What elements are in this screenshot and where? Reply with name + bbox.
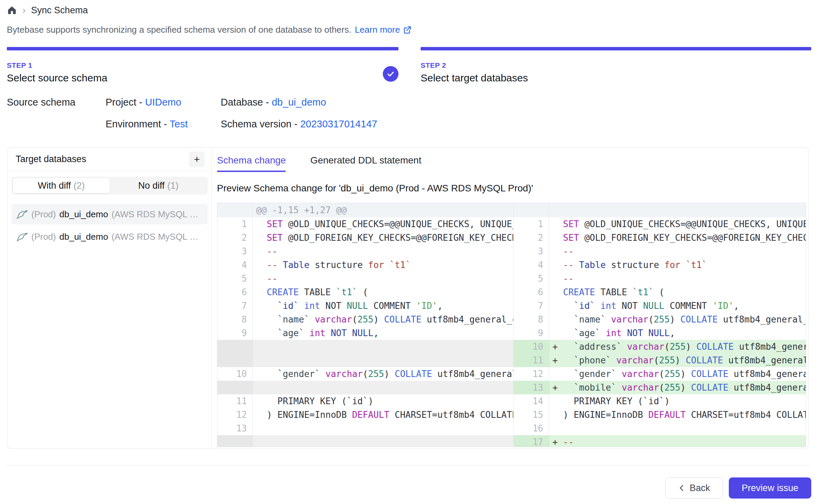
step2-progress-bar — [421, 47, 811, 50]
target-database-item[interactable]: (Prod) db_ui_demo (AWS RDS MySQL Prod) — [12, 226, 208, 247]
target-databases-header: Target databases + — [7, 147, 211, 171]
environment-label: Environment - — [106, 119, 167, 129]
intro-text: Bytebase supports synchronizing a specif… — [7, 25, 412, 35]
diff-row: 11 PRIMARY KEY (`id`) — [217, 394, 513, 408]
diff-code-line: -- Table structure for `t1` — [549, 258, 806, 272]
line-number — [217, 435, 253, 447]
diff-row: 13 — [217, 422, 513, 435]
step1-complete-icon — [383, 66, 398, 82]
diff-row: 5 -- — [514, 272, 806, 285]
line-number: 6 — [217, 285, 253, 299]
tab-generated-ddl[interactable]: Generated DDL statement — [310, 155, 421, 172]
diff-code-line: `age` int NOT NULL, — [253, 326, 513, 340]
line-number — [217, 340, 253, 353]
line-number: 5 — [514, 272, 549, 285]
line-number: 14 — [514, 394, 549, 408]
learn-more-link[interactable]: Learn more — [355, 25, 412, 35]
with-diff-count: (2) — [74, 180, 85, 191]
diff-code-line: + `phone` varchar(255) COLLATE utf8mb4_g… — [549, 353, 806, 367]
chevron-left-icon — [678, 484, 686, 492]
diff-right-pane: 1 SET @OLD_UNIQUE_CHECKS=@@UNIQUE_CHECKS… — [513, 203, 806, 447]
external-link-icon — [403, 26, 412, 34]
diff-code-line: CREATE TABLE `t1` ( — [253, 285, 513, 299]
step2-label: STEP 2 — [421, 61, 446, 69]
learn-more-label: Learn more — [355, 25, 400, 35]
db-instance: (AWS RDS MySQL Prod) — [111, 209, 203, 220]
diff-code-line: SET @OLD_UNIQUE_CHECKS=@@UNIQUE_CHECKS, … — [253, 217, 513, 231]
tab-schema-change[interactable]: Schema change — [217, 155, 286, 172]
diff-row: 6 CREATE TABLE `t1` ( — [514, 285, 806, 299]
line-number: 16 — [514, 422, 549, 435]
sync-schema-page: › Sync Schema Bytebase supports synchron… — [0, 0, 816, 504]
diff-row — [217, 340, 513, 353]
line-number: 10 — [217, 367, 253, 381]
diff-row: 9 `age` int NOT NULL, — [514, 326, 806, 340]
diff-code-line: -- — [253, 245, 513, 258]
diff-row: 11+ `phone` varchar(255) COLLATE utf8mb4… — [514, 353, 806, 367]
diff-code-line: -- — [253, 272, 513, 285]
diff-code-line — [253, 422, 513, 435]
schema-version-label: Schema version - — [221, 119, 298, 129]
diff-code-line: + `mobile` varchar(255) COLLATE utf8mb4_… — [549, 381, 806, 394]
diff-code-line — [253, 353, 513, 367]
diff-code-line: `gender` varchar(255) COLLATE utf8mb4_ge… — [549, 367, 806, 381]
back-button[interactable]: Back — [665, 477, 723, 499]
step2-title: Select target databases — [421, 72, 528, 84]
schema-version-link[interactable]: 20230317014147 — [300, 119, 377, 129]
diff-code-line: CREATE TABLE `t1` ( — [549, 285, 806, 299]
line-number — [217, 381, 253, 394]
db-name: db_ui_demo — [59, 232, 108, 242]
line-number: 7 — [514, 299, 549, 313]
diff-left-pane: @@ -1,15 +1,27 @@1 SET @OLD_UNIQUE_CHECK… — [217, 203, 513, 447]
diff-code-line: SET @OLD_FOREIGN_KEY_CHECKS=@@FOREIGN_KE… — [253, 231, 513, 245]
database-link[interactable]: db_ui_demo — [272, 97, 326, 108]
back-label: Back — [690, 483, 710, 493]
step1-title: Select source schema — [7, 72, 107, 84]
db-name: db_ui_demo — [59, 209, 108, 220]
diff-code-line: + `address` varchar(255) COLLATE utf8mb4… — [549, 340, 806, 353]
diff-code-line — [253, 381, 513, 394]
diff-row: 14 PRIMARY KEY (`id`) — [514, 394, 806, 408]
breadcrumb: › Sync Schema — [7, 5, 88, 16]
line-number — [217, 203, 253, 217]
diff-hunk-header-row — [514, 203, 806, 217]
line-number: 2 — [217, 231, 253, 245]
preview-title: Preview Schema change for 'db_ui_demo (P… — [217, 183, 533, 194]
mysql-icon — [16, 209, 28, 219]
preview-issue-button[interactable]: Preview issue — [729, 477, 811, 499]
line-number: 8 — [217, 313, 253, 326]
diff-row: 13+ `mobile` varchar(255) COLLATE utf8mb… — [514, 381, 806, 394]
source-schema-label: Source schema — [7, 97, 76, 108]
diff-row: 10 `gender` varchar(255) COLLATE utf8mb4… — [217, 367, 513, 381]
diff-row: 1 SET @OLD_UNIQUE_CHECKS=@@UNIQUE_CHECKS… — [217, 217, 513, 231]
source-schema-version: Schema version - 20230317014147 — [221, 119, 377, 130]
source-schema-database: Database - db_ui_demo — [221, 97, 326, 108]
home-icon[interactable] — [7, 5, 17, 15]
line-number — [217, 353, 253, 367]
diff-row: 16 — [514, 422, 806, 435]
diff-row: 17+ -- — [514, 435, 806, 447]
environment-link[interactable]: Test — [170, 119, 188, 129]
line-number: 11 — [217, 394, 253, 408]
project-link[interactable]: UIDemo — [145, 97, 181, 108]
diff-code-line: -- Table structure for `t1` — [253, 258, 513, 272]
line-number: 1 — [514, 217, 549, 231]
add-target-database-button[interactable]: + — [189, 152, 205, 167]
target-databases-title: Target databases — [16, 154, 86, 164]
diff-row — [217, 353, 513, 367]
diff-row: 7 `id` int NOT NULL COMMENT 'ID', — [514, 299, 806, 313]
tab-with-diff[interactable]: With diff (2) — [13, 178, 110, 193]
target-database-item[interactable]: (Prod) db_ui_demo (AWS RDS MySQL Prod) — [12, 204, 208, 224]
source-schema-environment: Environment - Test — [106, 119, 188, 130]
diff-row: 8 `name` varchar(255) COLLATE utf8mb4_ge… — [514, 313, 806, 326]
step1-progress-bar — [7, 47, 398, 50]
with-diff-label: With diff — [38, 180, 71, 191]
diff-code-line: `name` varchar(255) COLLATE utf8mb4_gene… — [253, 313, 513, 326]
source-schema-project: Project - UIDemo — [106, 97, 181, 108]
tab-no-diff[interactable]: No diff (1) — [110, 178, 207, 193]
diff-code-line: `name` varchar(255) COLLATE utf8mb4_gene… — [549, 313, 806, 326]
line-number: 5 — [217, 272, 253, 285]
diff-code-line: PRIMARY KEY (`id`) — [253, 394, 513, 408]
line-number: 3 — [514, 245, 549, 258]
main-card: Target databases + With diff (2) No diff… — [7, 147, 809, 449]
